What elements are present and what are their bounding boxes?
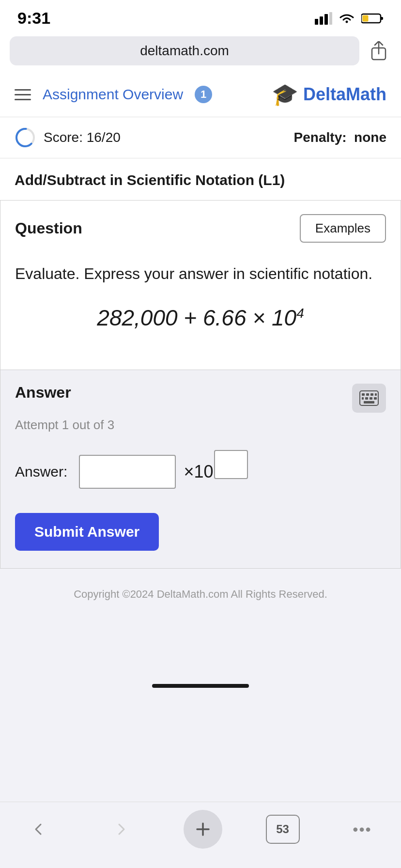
share-button[interactable] (366, 38, 391, 63)
times-ten-label: ×10 (184, 462, 213, 482)
assignment-overview-link[interactable]: Assignment Overview (43, 86, 183, 103)
back-button[interactable] (19, 815, 58, 844)
nav-bar: Assignment Overview 1 🎓 DeltaMath (0, 72, 401, 117)
penalty-text: Penalty: none (294, 130, 386, 145)
score-ring-icon (15, 127, 36, 148)
signal-icon (315, 12, 332, 25)
content-area: Add/Subtract in Scientific Notation (L1)… (0, 158, 401, 678)
score-text: Score: 16/20 (44, 130, 121, 145)
svg-rect-17 (370, 397, 372, 400)
question-header: Question Examples (0, 201, 401, 252)
browser-bar: deltamath.com (0, 32, 401, 72)
score-left: Score: 16/20 (15, 127, 121, 148)
svg-rect-12 (366, 393, 369, 396)
answer-label: Answer (15, 384, 71, 402)
logo-delta: Delta (303, 84, 346, 104)
answer-section: Answer Attempt 1 (0, 370, 401, 568)
wifi-icon (338, 12, 355, 25)
footer: Copyright ©2024 DeltaMath.com All Rights… (0, 569, 401, 678)
attempt-text: Attempt 1 out of 3 (15, 418, 386, 433)
forward-button[interactable] (102, 815, 140, 844)
svg-rect-11 (362, 393, 365, 396)
logo-cap-icon: 🎓 (272, 82, 298, 107)
more-button[interactable]: ••• (343, 815, 382, 844)
logo-math: Math (346, 84, 386, 104)
forward-icon (113, 822, 129, 837)
battery-icon (361, 13, 384, 24)
svg-rect-6 (363, 15, 369, 21)
svg-rect-2 (324, 14, 328, 25)
penalty-label: Penalty: (294, 130, 347, 145)
status-time: 9:31 (17, 9, 50, 28)
back-icon (31, 822, 46, 837)
question-label: Question (15, 219, 82, 237)
problem-title-bar: Add/Subtract in Scientific Notation (L1) (0, 158, 401, 200)
math-expression: 282,000 + 6.66 × 104 (15, 305, 386, 331)
svg-rect-14 (375, 393, 377, 396)
penalty-value: none (354, 130, 386, 145)
times-ten-group: ×10 (184, 450, 248, 494)
svg-rect-18 (374, 397, 377, 400)
keyboard-button[interactable] (352, 384, 386, 413)
logo: 🎓 DeltaMath (272, 82, 386, 107)
svg-rect-0 (315, 19, 318, 25)
exponent-input[interactable] (214, 450, 248, 479)
answer-input-row: Answer: ×10 (15, 450, 386, 494)
question-prompt: Evaluate. Express your answer in scienti… (15, 262, 386, 285)
svg-rect-1 (320, 16, 323, 25)
bottom-nav: 53 ••• (0, 802, 401, 868)
examples-button[interactable]: Examples (300, 214, 386, 243)
exponent: 4 (296, 306, 304, 321)
logo-text: DeltaMath (303, 84, 386, 105)
mantissa-input[interactable] (79, 455, 176, 489)
hamburger-menu[interactable] (15, 89, 31, 100)
answer-header: Answer (15, 384, 386, 413)
new-tab-button[interactable] (184, 810, 222, 849)
assignment-badge: 1 (195, 86, 212, 103)
svg-rect-13 (370, 393, 373, 396)
svg-rect-15 (362, 397, 364, 400)
tab-count-button[interactable]: 53 (266, 815, 300, 844)
svg-rect-16 (365, 397, 368, 400)
score-bar: Score: 16/20 Penalty: none (0, 117, 401, 158)
problem-title: Add/Subtract in Scientific Notation (L1) (15, 172, 386, 188)
svg-rect-5 (381, 17, 383, 20)
expression-text: 282,000 + 6.66 × 104 (97, 305, 304, 330)
status-icons (315, 12, 384, 25)
svg-rect-19 (364, 401, 374, 403)
question-card: Question Examples Evaluate. Express your… (0, 200, 401, 569)
question-body: Evaluate. Express your answer in scienti… (0, 252, 401, 370)
answer-input-label: Answer: (15, 464, 67, 480)
plus-icon (194, 821, 212, 838)
more-icon: ••• (353, 821, 372, 838)
submit-answer-button[interactable]: Submit Answer (15, 513, 159, 551)
keyboard-icon (359, 390, 379, 406)
url-bar[interactable]: deltamath.com (10, 36, 359, 65)
url-text: deltamath.com (140, 43, 229, 59)
svg-rect-3 (329, 12, 332, 25)
status-bar: 9:31 (0, 0, 401, 32)
home-indicator (152, 684, 249, 688)
